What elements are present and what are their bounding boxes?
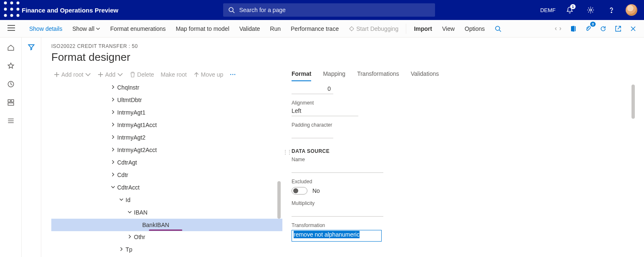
- tree-caret-icon[interactable]: [110, 135, 116, 140]
- waffle-icon[interactable]: [3, 1, 20, 19]
- svg-point-2: [17, 2, 20, 5]
- tree-node[interactable]: IntrmyAgt1: [51, 106, 282, 119]
- app-title: Finance and Operations Preview: [22, 7, 118, 14]
- find-icon[interactable]: [490, 20, 506, 37]
- show-details-link[interactable]: Show details: [24, 20, 67, 37]
- attachments-icon[interactable]: 0: [581, 20, 596, 37]
- performance-trace-button[interactable]: Performance trace: [286, 20, 344, 37]
- tab-mapping[interactable]: Mapping: [323, 70, 345, 81]
- options-button[interactable]: Options: [460, 20, 490, 37]
- office-addin-icon[interactable]: [566, 20, 581, 37]
- home-icon[interactable]: [7, 43, 15, 52]
- splitter-handle[interactable]: ⋮⋮: [282, 68, 292, 257]
- tree-node[interactable]: CdtrAgt: [51, 156, 282, 169]
- filter-icon[interactable]: [28, 43, 35, 51]
- plus-icon: [98, 72, 103, 77]
- popout-icon[interactable]: [611, 20, 626, 37]
- add-root-label: Add root: [61, 71, 83, 78]
- help-icon[interactable]: [605, 3, 618, 17]
- move-up-button[interactable]: Move up: [191, 70, 226, 79]
- padding-field[interactable]: [292, 128, 333, 138]
- svg-rect-28: [8, 103, 14, 105]
- svg-point-0: [4, 2, 7, 5]
- tree-caret-icon[interactable]: [110, 172, 116, 177]
- add-root-button[interactable]: Add root: [51, 70, 93, 79]
- multiplicity-label: Multiplicity: [292, 200, 636, 206]
- tree-view[interactable]: ChqInstrUltmtDbtrIntrmyAgt1IntrmyAgt1Acc…: [41, 81, 282, 257]
- favorites-icon[interactable]: [7, 62, 15, 70]
- recent-icon[interactable]: [7, 80, 15, 88]
- tree-caret-icon[interactable]: [110, 185, 116, 190]
- attachments-count: 0: [590, 22, 596, 27]
- length-field[interactable]: 0: [292, 84, 333, 94]
- tree-node[interactable]: IBAN: [51, 206, 282, 219]
- search-box[interactable]: [223, 3, 435, 17]
- workspaces-icon[interactable]: [7, 98, 15, 107]
- transformation-input[interactable]: remove not alphanumeric: [292, 230, 382, 242]
- tree-caret-icon[interactable]: [126, 210, 133, 215]
- tree-toolbar: Add root Add Delete Make root Move up ··…: [41, 68, 282, 81]
- user-avatar[interactable]: [626, 4, 637, 16]
- show-all-menu[interactable]: Show all: [67, 20, 105, 37]
- tree-caret-icon[interactable]: [110, 122, 116, 127]
- delete-button[interactable]: Delete: [127, 70, 156, 79]
- tree-node[interactable]: Othr: [51, 231, 282, 243]
- svg-point-7: [10, 14, 13, 17]
- excluded-toggle[interactable]: [292, 187, 307, 195]
- search-input[interactable]: [239, 7, 430, 13]
- scrollbar-thumb[interactable]: [277, 181, 281, 219]
- tree-node[interactable]: Cdtr: [51, 169, 282, 181]
- tree-node[interactable]: Id: [51, 194, 282, 206]
- tree-caret-icon[interactable]: [110, 110, 116, 115]
- tree-node[interactable]: IntrmyAgt2: [51, 131, 282, 144]
- svg-point-6: [4, 14, 7, 17]
- tab-format[interactable]: Format: [292, 70, 311, 81]
- refresh-icon[interactable]: [596, 20, 611, 37]
- tree-node[interactable]: Tp: [51, 243, 282, 256]
- scrollbar-thumb[interactable]: [631, 85, 635, 119]
- add-button[interactable]: Add: [95, 70, 126, 79]
- multiplicity-field[interactable]: [292, 206, 383, 217]
- tree-caret-icon[interactable]: [118, 197, 125, 202]
- tree-node[interactable]: CdtrAcct: [51, 181, 282, 194]
- tree-caret-icon[interactable]: [118, 247, 125, 252]
- alignment-field[interactable]: Left: [292, 106, 358, 116]
- make-root-label: Make root: [161, 71, 186, 78]
- run-button[interactable]: Run: [265, 20, 286, 37]
- nav-pane-toggle-icon[interactable]: [8, 25, 24, 32]
- tree-node-label: Tp: [125, 246, 132, 253]
- format-enumerations-button[interactable]: Format enumerations: [105, 20, 171, 37]
- close-icon[interactable]: [626, 20, 641, 37]
- tab-validations[interactable]: Validations: [411, 70, 439, 81]
- left-rail: [0, 37, 22, 257]
- tree-node[interactable]: UltmtDbtr: [51, 94, 282, 106]
- settings-icon[interactable]: [584, 3, 597, 17]
- tree-caret-icon[interactable]: [110, 97, 116, 102]
- tree-caret-icon[interactable]: [126, 235, 133, 240]
- excluded-label: Excluded: [292, 179, 636, 185]
- view-button[interactable]: View: [437, 20, 460, 37]
- tab-transformations[interactable]: Transformations: [357, 70, 399, 81]
- alignment-label: Alignment: [292, 100, 636, 106]
- modules-icon[interactable]: [7, 117, 15, 125]
- start-debugging-button[interactable]: Start Debugging: [344, 20, 403, 37]
- main-content: ISO20022 CREDIT TRANSFER : 50 Format des…: [41, 37, 644, 257]
- tree-node[interactable]: IntrmyAgt2Acct: [51, 144, 282, 156]
- tree-node[interactable]: ChqInstr: [51, 81, 282, 94]
- make-root-button[interactable]: Make root: [158, 70, 189, 79]
- tree-caret-icon[interactable]: [110, 160, 116, 165]
- import-button[interactable]: Import: [409, 20, 437, 37]
- svg-line-22: [499, 30, 501, 32]
- tree-caret-icon[interactable]: [110, 85, 116, 90]
- name-field[interactable]: [292, 162, 383, 173]
- tree-node-label: IntrmyAgt1: [116, 109, 146, 116]
- top-nav: Finance and Operations Preview DEMF 1: [0, 0, 644, 20]
- tree-caret-icon[interactable]: [110, 147, 116, 152]
- validate-button[interactable]: Validate: [234, 20, 265, 37]
- legal-entity[interactable]: DEMF: [540, 7, 556, 13]
- collapse-icon[interactable]: [551, 20, 566, 37]
- tree-node[interactable]: IntrmyAgt1Acct: [51, 119, 282, 131]
- map-format-button[interactable]: Map format to model: [171, 20, 234, 37]
- more-button[interactable]: ···: [227, 70, 239, 79]
- notifications-icon[interactable]: 1: [563, 3, 576, 17]
